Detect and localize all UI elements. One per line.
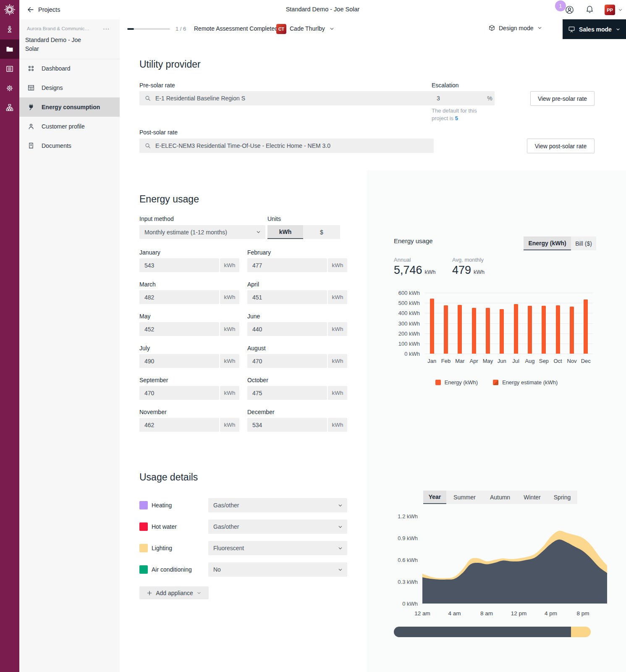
units-kwh-tab[interactable]: kWh [267,225,303,239]
bar-sep [542,306,546,354]
appliance-select[interactable]: No [208,562,347,577]
bar-slot-dec [579,293,593,354]
rail-org-button[interactable] [0,98,19,117]
sales-mode-button[interactable]: Sales mode [563,19,626,39]
appliance-select[interactable]: Gas/other [208,520,347,534]
post-solar-rate-input[interactable]: E-ELEC-NEM3 Residential Time-Of-Use - El… [139,139,434,153]
month-value-input[interactable]: 470 [139,386,219,400]
season-tab-winter[interactable]: Winter [517,491,547,504]
bar-slot-mar [453,293,467,354]
x-tick-label: 8 am [480,610,493,617]
rail-customers-button[interactable] [0,20,19,39]
month-unit-suffix: kWh [220,386,239,400]
y-tick-label: 600 kWh [398,290,420,296]
month-value-input[interactable]: 451 [247,290,327,304]
bar-slot-apr [467,293,481,354]
aurora-logo[interactable] [0,0,19,19]
units-dollar-tab[interactable]: $ [303,225,340,239]
month-label: August [247,345,347,352]
y-tick-label: 300 kWh [398,320,420,327]
x-tick-label: Feb [439,358,453,364]
appliance-label: Air conditioning [152,566,192,573]
energy-usage-form-section: Energy usage Input method Monthly estima… [120,170,367,448]
chevron-down-icon [616,27,621,32]
view-pre-solar-rate-button[interactable]: View pre-solar rate [530,91,595,106]
bill-tab[interactable]: Bill ($) [571,236,596,250]
month-value-input[interactable]: 482 [139,290,219,304]
bar-slot-sep [537,293,551,354]
support-button[interactable] [565,5,574,15]
app-rail [0,0,19,672]
pre-solar-rate-input[interactable]: E-1 Residential Baseline Region S [139,91,434,105]
appliance-label: Heating [152,502,172,509]
back-arrow-icon [27,6,34,13]
month-value-input[interactable]: 490 [139,354,219,368]
sidebar-item-energy-consumption[interactable]: Energy consumption [19,97,120,117]
chart-heading: Energy usage [394,237,433,244]
rail-settings-button[interactable] [0,79,19,98]
appliance-select-value: No [213,566,221,573]
area-chart-y-axis: 1.2 kWh0.9 kWh0.6 kWh0.3 kWh0 kWh [375,516,418,604]
month-value-input[interactable]: 452 [139,322,219,336]
rail-database-button[interactable] [0,59,19,79]
month-unit-suffix: kWh [328,322,347,336]
energy-kwh-tab[interactable]: Energy (kWh) [524,236,571,250]
user-avatar[interactable]: PP [605,5,615,15]
back-to-projects-button[interactable]: Projects [27,4,60,15]
month-value-input[interactable]: 543 [139,258,219,272]
bar-may [486,308,490,354]
annual-unit: kWh [425,269,436,275]
appliance-select[interactable]: Fluorescent [208,541,347,555]
time-range-bar[interactable] [394,627,591,637]
season-tab-autumn[interactable]: Autumn [483,491,517,504]
month-value-input[interactable]: 477 [247,258,327,272]
x-tick-label: Sep [537,358,551,364]
dashboard-icon [27,64,35,73]
sidebar-item-dashboard[interactable]: Dashboard [19,59,120,78]
account-menu-button[interactable] [618,7,623,13]
month-unit-suffix: kWh [220,418,239,432]
month-value-input[interactable]: 462 [139,418,219,432]
starburst-icon [3,3,16,16]
sidebar-item-customer-profile[interactable]: Customer profile [19,117,120,136]
season-tab-spring[interactable]: Spring [547,491,577,504]
month-unit-suffix: kWh [328,354,347,368]
y-tick-label: 1.2 kWh [398,513,418,520]
bar-jul [514,304,518,354]
appliance-select[interactable]: Gas/other [208,498,347,512]
design-mode-label: Design mode [499,25,534,32]
month-label: December [247,409,347,415]
y-tick-label: 0 kWh [404,351,420,357]
award-icon [5,25,14,34]
units-toggle: kWh $ [267,225,340,239]
search-icon [144,142,151,149]
time-range-weekend-segment [571,627,591,637]
month-value-input[interactable]: 470 [247,354,327,368]
month-value-input[interactable]: 440 [247,322,327,336]
rail-projects-button[interactable] [0,39,19,59]
month-value-input[interactable]: 475 [247,386,327,400]
workflow-status-dropdown[interactable]: Remote Assessment Completed [194,25,288,32]
view-post-solar-rate-button[interactable]: View post-solar rate [527,139,595,153]
notifications-button[interactable] [585,5,595,14]
season-tab-summer[interactable]: Summer [446,491,483,504]
sidebar-item-designs[interactable]: Designs [19,78,120,97]
org-menu-button[interactable]: ... [103,24,110,31]
assignee-dropdown[interactable]: Cade Thurlby [290,25,335,32]
sidebar-item-documents[interactable]: Documents [19,136,120,155]
month-value-input[interactable]: 534 [247,418,327,432]
season-tab-year[interactable]: Year [423,491,446,504]
escalation-default-link[interactable]: 5 [455,115,458,121]
topbar: Projects Standard Demo - Joe Solar 1 PP [19,0,626,20]
design-mode-button[interactable]: Design mode [488,24,542,32]
bar-slot-aug [523,293,537,354]
month-field-july: July490kWh [139,345,239,368]
appliance-row-hot-water: Hot waterGas/other [139,520,347,534]
chevron-down-icon [329,26,335,32]
add-appliance-button[interactable]: Add appliance [139,586,209,599]
input-method-select[interactable]: Monthly estimate (1-12 months) [139,225,265,239]
pre-solar-rate-label: Pre-solar rate [139,82,175,89]
workflow-toolbar: 1 / 6 Remote Assessment Completed CT Cad… [120,19,626,39]
x-tick-label: Nov [565,358,579,364]
designs-grid-icon [27,84,35,92]
